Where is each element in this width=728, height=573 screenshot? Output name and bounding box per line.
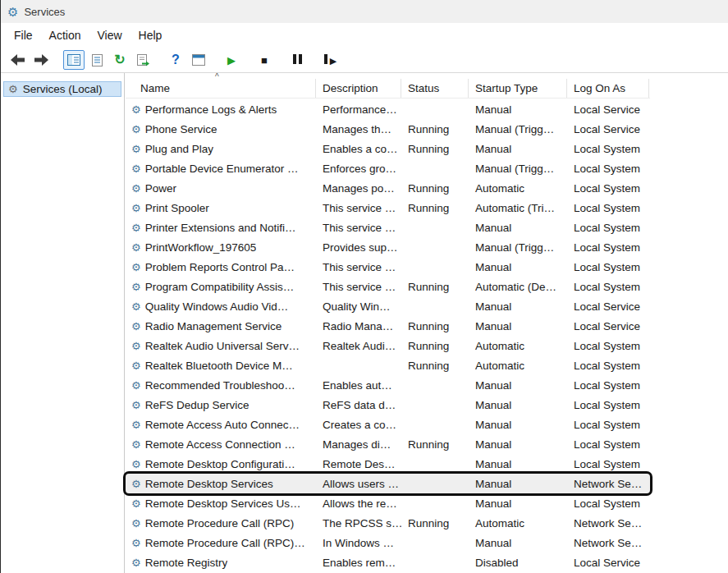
service-description-cell: This service … [316,202,401,214]
service-description-cell: Performance… [316,103,401,116]
service-name-cell: ⚙Radio Management Service [126,320,316,332]
service-status-cell: Running [401,320,469,332]
table-row[interactable]: ⚙Remote Procedure Call (RPC)…In Windows … [126,533,650,552]
table-row[interactable]: ⚙Realtek Audio Universal Serv…Realtek Au… [126,336,650,355]
service-name-text: Printer Extensions and Notifi… [145,222,296,234]
restart-service-button[interactable]: ▶ [319,50,341,70]
service-name-cell: ⚙Remote Access Connection … [126,438,316,451]
service-gear-icon: ⚙ [131,538,141,548]
menu-item-help[interactable]: Help [130,25,171,45]
startup-type-cell: Manual (Trigg… [469,123,567,135]
log-on-as-cell: Local System [567,202,649,214]
service-name-cell: ⚙Plug and Play [126,143,316,155]
table-row[interactable]: ⚙Problem Reports Control Pa…This service… [126,257,650,277]
service-gear-icon: ⚙ [131,341,141,351]
log-on-as-cell: Local System [567,163,649,175]
column-header-name[interactable]: Name [126,79,316,98]
table-row[interactable]: ⚙Remote Desktop Configurati…Remote Des…M… [126,454,650,474]
show-hide-console-tree-button[interactable] [63,50,85,70]
export-button[interactable] [132,50,153,70]
table-row[interactable]: ⚙Remote Desktop Services Us…Allows the r… [126,493,650,513]
startup-type-cell: Manual [469,300,567,313]
column-header-log-on-as[interactable]: Log On As [567,79,649,98]
service-name-cell: ⚙Remote Desktop Services Us… [126,497,316,510]
service-description-cell: Allows users … [316,478,401,490]
help-button[interactable]: ? [165,50,186,70]
table-row[interactable]: ⚙Remote Procedure Call (RPC)The RPCSS s…… [126,513,650,533]
service-name-cell: ⚙Remote Desktop Services [126,478,316,490]
service-name-cell: ⚙PrintWorkflow_197605 [126,241,316,254]
menu-item-view[interactable]: View [89,25,130,45]
stop-service-button[interactable]: ■ [254,50,275,70]
table-row[interactable]: ⚙Remote Access Auto Connec…Creates a co…… [126,415,650,434]
startup-type-cell: Manual [469,379,567,392]
service-description-cell: Radio Mana… [316,320,401,332]
table-row[interactable]: ⚙Realtek Bluetooth Device M…RunningAutom… [126,355,650,375]
table-row[interactable]: ⚙PowerManages po…RunningAutomaticLocal S… [126,178,650,198]
service-description-cell: This service … [316,261,401,273]
service-name-cell: ⚙Quality Windows Audio Vid… [126,300,316,313]
table-row[interactable]: ⚙ReFS Dedup ServiceReFS data d…ManualLoc… [126,395,650,415]
service-description-cell: This service … [316,281,401,293]
table-row[interactable]: ⚙Performance Logs & AlertsPerformance…Ma… [126,99,650,119]
service-name-text: Power [145,182,176,195]
table-row[interactable]: ⚙Phone ServiceManages th…RunningManual (… [126,119,650,139]
startup-type-cell: Manual (Trigg… [469,163,567,175]
start-service-button[interactable]: ▶ [221,50,242,70]
service-name-cell: ⚙Recommended Troubleshoo… [126,379,316,392]
table-row[interactable]: ⚙Program Compatibility Assis…This servic… [126,277,650,296]
startup-type-cell: Manual [469,222,567,234]
service-description-cell: In Windows … [316,537,401,549]
export-list-button[interactable] [86,50,108,70]
service-gear-icon: ⚙ [131,380,141,391]
table-row[interactable]: ⚙Plug and PlayEnables a co…RunningManual… [126,139,650,158]
startup-type-cell: Manual [469,320,567,332]
service-name-cell: ⚙Program Compatibility Assis… [126,281,316,293]
services-window: ⚙ Services FileActionViewHelp [0,0,728,573]
refresh-button[interactable]: ↻ [109,50,130,70]
service-gear-icon: ⚙ [131,124,141,135]
column-header-status[interactable]: Status [401,79,469,98]
service-description-cell: Enforces gro… [316,163,401,175]
service-gear-icon: ⚙ [131,203,141,213]
service-name-cell: ⚙Power [126,182,316,195]
table-row[interactable]: ⚙Quality Windows Audio Vid…Quality Win…M… [126,296,650,316]
menu-item-action[interactable]: Action [41,25,89,45]
service-description-cell: Allows the re… [316,497,401,510]
log-on-as-cell: Local System [567,360,649,372]
startup-type-cell: Manual [469,478,567,490]
service-name-cell: ⚙Problem Reports Control Pa… [126,261,316,273]
menu-item-file[interactable]: File [6,25,41,45]
table-row[interactable]: ⚙Printer Extensions and Notifi…This serv… [126,218,650,237]
service-description-cell: Enables aut… [316,379,401,392]
table-row[interactable]: ⚙Print SpoolerThis service …RunningAutom… [126,198,650,218]
service-name-text: Remote Access Connection … [145,438,295,451]
toolbar-separator [155,50,165,70]
log-on-as-cell: Local System [567,222,649,234]
column-header-startup-type[interactable]: Startup Type [469,79,567,98]
log-on-as-cell: Local System [567,143,649,155]
forward-button[interactable] [30,50,52,70]
service-gear-icon: ⚙ [131,242,141,253]
pause-service-button[interactable] [286,50,308,70]
table-row[interactable]: ⚙PrintWorkflow_197605Provides sup…Manual… [126,237,650,257]
table-row[interactable]: ⚙Remote Access Connection …Manages di…Ru… [126,434,650,454]
sidebar-item-services-local[interactable]: ⚙ Services (Local) [3,81,121,97]
table-row[interactable]: ⚙Portable Device Enumerator …Enforces gr… [126,158,650,178]
table-row[interactable]: ⚙Recommended Troubleshoo…Enables aut…Man… [126,375,650,395]
properties-button[interactable] [188,50,209,70]
service-description-cell: This service … [316,222,401,234]
service-gear-icon: ⚙ [131,518,141,529]
table-row[interactable]: ⚙Radio Management ServiceRadio Mana…Runn… [126,316,650,336]
column-header-description[interactable]: Description [316,79,401,98]
startup-type-cell: Manual [469,419,567,431]
service-description-cell: Provides sup… [316,241,401,254]
service-name-cell: ⚙Performance Logs & Alerts [126,103,316,116]
service-name-text: Realtek Audio Universal Serv… [145,340,300,352]
table-row[interactable]: ⚙Remote Desktop ServicesAllows users …Ma… [126,474,650,493]
service-name-text: Radio Management Service [145,320,282,332]
table-row[interactable]: ⚙Remote RegistryEnables rem…DisabledLoca… [126,552,650,572]
startup-type-cell: Automatic (Tri… [469,202,567,214]
back-button[interactable] [7,50,29,70]
service-gear-icon: ⚙ [131,262,141,273]
